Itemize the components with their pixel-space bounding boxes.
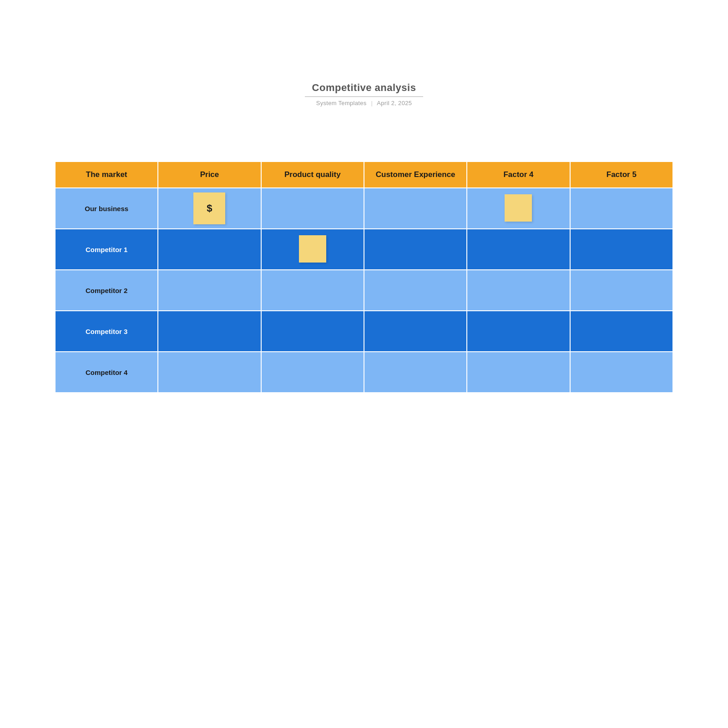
cell-experience — [364, 311, 467, 352]
cell-market: Competitor 4 — [55, 352, 158, 393]
page-title: Competitive analysis — [305, 82, 423, 94]
cell-quality[interactable] — [261, 229, 364, 270]
cell-price — [158, 270, 261, 311]
table-row: Competitor 1 — [55, 229, 673, 270]
table-row: Our business $ — [55, 188, 673, 229]
page-subtitle: System Templates | April 2, 2025 — [305, 100, 423, 106]
cell-market: Competitor 2 — [55, 270, 158, 311]
col-header-price: Price — [158, 162, 261, 188]
competitive-analysis-table: The market Price Product quality Custome… — [55, 161, 673, 393]
cell-price[interactable]: $ — [158, 188, 261, 229]
cell-experience — [364, 188, 467, 229]
cell-quality — [261, 352, 364, 393]
subtitle-separator: | — [371, 100, 373, 106]
cell-factor5 — [570, 270, 673, 311]
cell-factor4 — [467, 270, 570, 311]
cell-quality — [261, 188, 364, 229]
col-header-factor5: Factor 5 — [570, 162, 673, 188]
cell-factor5 — [570, 188, 673, 229]
col-header-factor4: Factor 4 — [467, 162, 570, 188]
cell-price — [158, 352, 261, 393]
page-header: Competitive analysis System Templates | … — [305, 82, 423, 106]
cell-market: Competitor 3 — [55, 311, 158, 352]
cell-factor4 — [467, 229, 570, 270]
sticky-note-dollar: $ — [193, 192, 225, 224]
table-row: Competitor 2 — [55, 270, 673, 311]
cell-market: Competitor 1 — [55, 229, 158, 270]
cell-experience — [364, 352, 467, 393]
subtitle-date: April 2, 2025 — [377, 100, 412, 106]
title-divider — [305, 96, 423, 97]
cell-quality — [261, 311, 364, 352]
table-row: Competitor 4 — [55, 352, 673, 393]
col-header-market: The market — [55, 162, 158, 188]
sticky-note-quality — [299, 235, 326, 263]
cell-factor5 — [570, 352, 673, 393]
cell-factor4[interactable] — [467, 188, 570, 229]
cell-factor5 — [570, 229, 673, 270]
cell-quality — [261, 270, 364, 311]
sticky-note-factor4 — [505, 194, 532, 222]
subtitle-template: System Templates — [316, 100, 367, 106]
cell-price — [158, 229, 261, 270]
cell-experience — [364, 229, 467, 270]
col-header-experience: Customer Experience — [364, 162, 467, 188]
table-header-row: The market Price Product quality Custome… — [55, 162, 673, 188]
cell-factor4 — [467, 352, 570, 393]
cell-factor5 — [570, 311, 673, 352]
table-row: Competitor 3 — [55, 311, 673, 352]
cell-price — [158, 311, 261, 352]
cell-factor4 — [467, 311, 570, 352]
cell-experience — [364, 270, 467, 311]
cell-market: Our business — [55, 188, 158, 229]
col-header-quality: Product quality — [261, 162, 364, 188]
